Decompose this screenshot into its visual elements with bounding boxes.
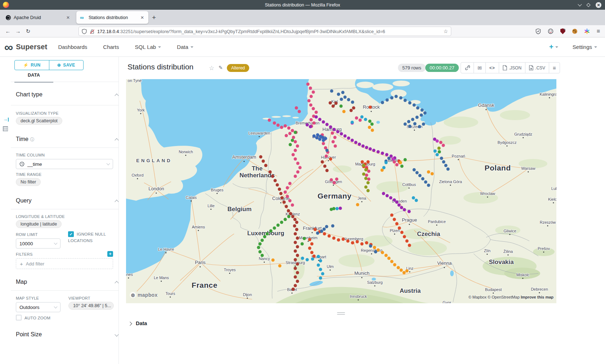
chevron-up-icon[interactable]	[115, 281, 118, 285]
station-dot	[335, 178, 339, 181]
section-map[interactable]: Map	[16, 279, 27, 285]
station-dot	[368, 126, 371, 129]
nav-item-dashboards[interactable]: Dashboards	[58, 44, 87, 50]
chevron-down-icon[interactable]	[115, 332, 118, 336]
settings-menu[interactable]: Settings	[573, 44, 597, 50]
tab-data[interactable]: DATA	[14, 73, 53, 82]
window-title: Stations distribution — Mozilla Firefox	[0, 3, 605, 8]
bookmark-star-icon[interactable]: ☆	[443, 28, 448, 34]
time-column-select[interactable]: __time	[16, 159, 113, 169]
new-chart-button[interactable]: +	[549, 43, 558, 51]
url-input[interactable]: 172.18.0.4:32251/superset/explore/?form_…	[97, 29, 441, 34]
query-duration-badge: 00:00:00.27	[425, 64, 459, 72]
station-dot	[262, 160, 265, 163]
new-tab-button[interactable]: +	[152, 14, 156, 22]
run-button[interactable]: ⚡RUN	[15, 60, 49, 70]
datasource-grid-icon[interactable]	[3, 126, 8, 131]
envelope-icon: ✉	[478, 65, 482, 71]
email-button[interactable]: ✉	[474, 63, 485, 73]
time-range-value[interactable]: No filter	[16, 178, 41, 186]
export-json-button[interactable]: .JSON	[499, 63, 525, 73]
station-dot	[277, 224, 280, 227]
tab-close-icon[interactable]: ✕	[66, 15, 71, 20]
viz-type-value[interactable]: deck.gl Scatterplot	[16, 117, 62, 125]
station-dot	[294, 250, 297, 253]
station-dot	[351, 139, 354, 142]
data-panel-toggle[interactable]: Data	[136, 320, 147, 326]
altered-badge[interactable]: Altered	[227, 64, 249, 72]
section-query[interactable]: Query	[16, 197, 32, 204]
station-dot	[407, 120, 411, 123]
cookie-extension-icon[interactable]	[572, 29, 577, 34]
station-dot	[288, 182, 292, 185]
tab-apache-druid[interactable]: Apache Druid ✕	[2, 11, 74, 24]
window-minimize-icon[interactable]	[578, 2, 582, 6]
window-maximize-icon[interactable]	[586, 3, 590, 7]
tab-close-icon[interactable]: ✕	[140, 15, 145, 20]
station-dot	[294, 158, 297, 161]
station-dot	[279, 192, 283, 195]
back-button[interactable]: ←	[3, 28, 13, 34]
station-dot	[389, 196, 393, 200]
export-csv-button[interactable]: .CSV	[525, 63, 549, 73]
station-dot	[296, 145, 299, 148]
station-dot	[412, 196, 415, 200]
viz-type-label: VISUALIZATION TYPE	[16, 111, 59, 115]
nav-item-data[interactable]: Data	[177, 44, 193, 50]
station-dot	[362, 164, 366, 167]
station-dot	[365, 241, 368, 245]
improve-map-link[interactable]: Improve this map	[521, 295, 554, 299]
favorite-star-icon[interactable]: ☆	[209, 64, 214, 72]
lonlat-label: LONGITUDE & LATITUDE	[16, 214, 65, 219]
add-filter-box[interactable]: + Add filter	[16, 258, 113, 269]
station-dot	[333, 128, 336, 131]
station-dot	[294, 149, 297, 152]
mask-extension-icon[interactable]	[548, 28, 554, 34]
mapbox-logo[interactable]: ◍ mapbox	[130, 292, 157, 298]
save-button[interactable]: ⊕SAVE	[49, 60, 84, 70]
station-dot	[393, 263, 396, 267]
add-filter-plus-button[interactable]: +	[107, 251, 113, 257]
expand-data-caret-icon[interactable]	[128, 322, 132, 326]
clock-icon	[19, 161, 24, 167]
nav-item-sql-lab[interactable]: SQL Lab	[135, 44, 161, 50]
station-dot	[439, 141, 443, 144]
forward-button[interactable]: →	[13, 28, 23, 34]
insecure-lock-icon[interactable]	[89, 29, 95, 34]
section-chart-type[interactable]: Chart type	[16, 91, 42, 98]
viewport-value[interactable]: 10° 24' 49.86" | 5...	[68, 302, 114, 310]
section-time[interactable]: Time ⓘ	[16, 136, 34, 143]
station-dot	[292, 153, 295, 156]
chevron-up-icon[interactable]	[115, 94, 118, 97]
chevron-up-icon[interactable]	[115, 200, 118, 204]
auto-zoom-checkbox[interactable]	[16, 315, 22, 320]
section-point-size[interactable]: Point Size	[16, 331, 42, 338]
station-dot	[330, 90, 333, 93]
browser-menu-icon[interactable]: ≡	[597, 28, 600, 35]
embed-code-button[interactable]: <>	[485, 63, 499, 73]
copy-link-button[interactable]	[461, 63, 474, 73]
chevron-up-icon[interactable]	[115, 138, 118, 142]
panel-resize-handle[interactable]	[337, 312, 345, 316]
superset-brand[interactable]: ∞ Superset	[4, 42, 47, 53]
collapse-panel-icon[interactable]: →	[3, 117, 9, 122]
ignore-null-checkbox[interactable]: ✓	[68, 231, 74, 237]
deckgl-map[interactable]: on TyneYorkNorwichENGLANDOxfordLondonCal…	[126, 79, 556, 303]
tracking-shield-icon[interactable]	[82, 29, 87, 34]
window-close-icon[interactable]: ✕	[596, 2, 601, 8]
edit-properties-icon[interactable]: ✎	[219, 65, 223, 70]
url-bar[interactable]: 172.18.0.4:32251/superset/explore/?form_…	[79, 27, 451, 36]
row-limit-select[interactable]: 10000	[16, 238, 60, 249]
tab-stations-distribution[interactable]: ∞ Stations distribution ✕	[76, 11, 148, 24]
pinwheel-extension-icon[interactable]	[584, 28, 590, 34]
reload-button[interactable]: ↻	[23, 28, 33, 35]
ublock-extension-icon[interactable]: 2	[560, 28, 565, 34]
lonlat-value[interactable]: longitude | latitude	[16, 220, 62, 228]
map-style-select[interactable]: Outdoors	[16, 302, 60, 312]
protection-shield-icon[interactable]	[535, 28, 541, 34]
nav-item-charts[interactable]: Charts	[103, 44, 119, 50]
attribution-mapbox-link[interactable]: © Mapbox	[469, 295, 487, 299]
station-dot	[408, 125, 412, 128]
chart-menu-button[interactable]: ≡	[549, 63, 560, 73]
attribution-osm-link[interactable]: © OpenStreetMap	[488, 295, 520, 299]
